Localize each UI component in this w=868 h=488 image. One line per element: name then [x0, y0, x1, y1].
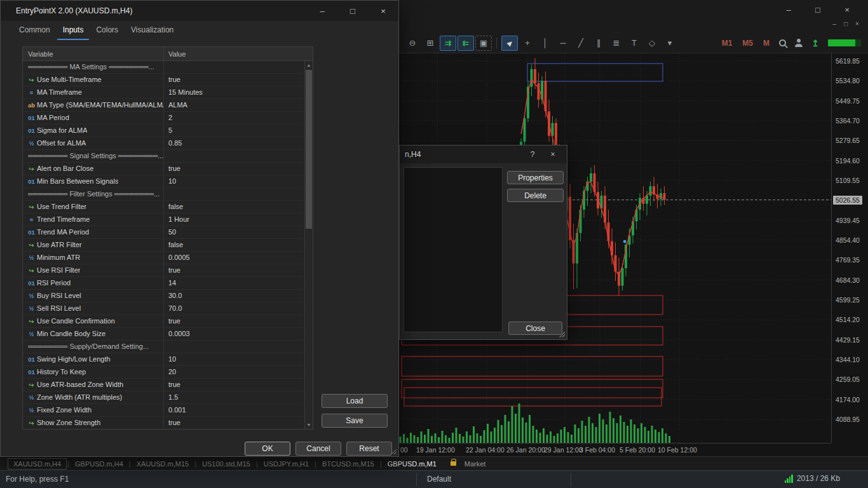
input-row[interactable]: ↪Use ATR Filterfalse	[23, 239, 304, 252]
cursor-icon[interactable]: ►	[501, 36, 518, 51]
variable-value: true	[164, 315, 304, 327]
tab-visualization[interactable]: Visualization	[125, 22, 179, 40]
chart-tab[interactable]: BTCUSD.m,M15	[317, 459, 379, 469]
chart-close-button[interactable]: ×	[851, 20, 863, 27]
profile-icon[interactable]	[790, 36, 807, 51]
variable-name: Sigma for ALMA	[37, 125, 87, 137]
shapes-dropdown-icon[interactable]: ▾	[661, 36, 678, 51]
chart-tab[interactable]: XAUUSD.m,M15	[132, 459, 194, 469]
profile-selector[interactable]: Default	[427, 475, 451, 484]
double-input-icon: ½	[26, 328, 37, 340]
objects-list[interactable]	[403, 167, 503, 332]
levels-icon[interactable]: ↥	[807, 36, 824, 51]
reset-button[interactable]: Reset	[346, 442, 392, 456]
tile-windows-icon[interactable]: ⊞	[422, 36, 438, 51]
properties-button[interactable]: Properties	[507, 171, 564, 184]
timeframe-m15-button[interactable]: M	[759, 37, 774, 49]
app-close-button[interactable]: ×	[832, 5, 862, 15]
timeframe-m5-button[interactable]: M5	[738, 37, 757, 49]
time-axis[interactable]: 0019 Jan 12:0022 Jan 04:0026 Jan 20:0029…	[399, 443, 831, 456]
bool-input-icon: ↪	[26, 417, 37, 429]
input-row[interactable]: 01Swing High/Low Length10	[23, 353, 304, 366]
input-group-row[interactable]: ════════ Filter Settings ════════...	[23, 188, 304, 201]
input-row[interactable]: ½Min Candle Body Size0.0003	[23, 328, 304, 341]
input-row[interactable]: ↪Use Candle Confirmationtrue	[23, 315, 304, 328]
inputs-table-header: Variable Value	[23, 47, 313, 61]
ea-minimize-button[interactable]: –	[307, 6, 337, 16]
vertical-line-icon[interactable]: │	[537, 36, 553, 51]
input-row[interactable]: ↪Use RSI Filtertrue	[23, 264, 304, 277]
input-row[interactable]: 01Trend MA Period50	[23, 226, 304, 239]
search-icon[interactable]	[774, 36, 790, 51]
double-input-icon: ½	[26, 391, 37, 403]
tab-market[interactable]: Market	[459, 459, 491, 469]
input-row[interactable]: ½Sell RSI Level70.0	[23, 302, 304, 315]
input-row[interactable]: ½Zone Width (ATR multiples)1.5	[23, 391, 304, 404]
app-maximize-button[interactable]: □	[803, 5, 832, 15]
chart-tab[interactable]: GBPUSD.m,M1	[383, 459, 442, 469]
save-button[interactable]: Save	[322, 414, 388, 428]
snapshot-icon[interactable]: ▣	[475, 36, 492, 51]
input-row[interactable]: ½Buy RSI Level30.0	[23, 290, 304, 302]
close-button[interactable]: Close	[508, 322, 562, 335]
input-group-row[interactable]: ════════ MA Settings ════════...	[23, 61, 304, 74]
input-row[interactable]: ↪Show Zone Strengthtrue	[23, 417, 304, 429]
trendline-icon[interactable]: ╱	[573, 36, 589, 51]
chart-tab[interactable]: US100.std,M15	[197, 459, 255, 469]
price-scale[interactable]: 5026.55 5619.855534.805449.755364.705279…	[831, 53, 868, 443]
resize-grip[interactable]	[559, 331, 565, 337]
chart-tab[interactable]: USDJPY.m,H1	[259, 459, 314, 469]
zoom-out-icon[interactable]: ⊖	[404, 36, 421, 51]
chart-minimize-button[interactable]: –	[829, 20, 840, 27]
input-row[interactable]: ↪Alert on Bar Closetrue	[23, 163, 304, 175]
tab-common[interactable]: Common	[13, 22, 56, 40]
chart-tab[interactable]: XAUUSD.m,H4	[8, 458, 67, 470]
table-scrollbar[interactable]: ▲ ▼	[304, 61, 313, 429]
input-row[interactable]: abMA Type (SMA/EMA/TEMA/HullMA/ALMA)ALMA	[23, 99, 304, 112]
ok-button[interactable]: OK	[245, 442, 290, 456]
input-row[interactable]: ½Fixed Zone Width0.001	[23, 404, 304, 417]
chart-restore-button[interactable]: □	[840, 20, 851, 27]
shapes-icon[interactable]: ◇	[644, 36, 660, 51]
input-group-row[interactable]: ════════ Signal Settings ════════...	[23, 150, 304, 163]
load-button[interactable]: Load	[322, 394, 388, 408]
input-row[interactable]: ↪Use Trend Filterfalse	[23, 201, 304, 214]
auto-scroll-icon[interactable]: ⇉	[440, 36, 456, 51]
timeframe-m1-button[interactable]: M1	[717, 37, 737, 49]
input-row[interactable]: ½Minimum ATR0.0005	[23, 252, 304, 264]
app-minimize-button[interactable]: –	[774, 5, 803, 15]
input-row[interactable]: 01Min Bars Between Signals10	[23, 175, 304, 188]
input-row[interactable]: ½Offset for ALMA0.85	[23, 137, 304, 150]
input-row[interactable]: ≡MA Timeframe15 Minutes	[23, 86, 304, 99]
channel-icon[interactable]: ∥	[590, 36, 607, 51]
scroll-down-icon[interactable]: ▼	[305, 421, 313, 429]
variable-value: 1 Hour	[164, 214, 304, 226]
input-row[interactable]: 01History To Keep20	[23, 366, 304, 379]
input-row[interactable]: 01Sigma for ALMA5	[23, 125, 304, 137]
chart-tab[interactable]: GBPUSD.m,H4	[70, 459, 128, 469]
text-tool-icon[interactable]: T	[626, 36, 642, 51]
objects-dialog-close-icon[interactable]: ×	[543, 150, 563, 159]
delete-button[interactable]: Delete	[507, 189, 564, 202]
chart-shift-icon[interactable]: ⇇	[458, 36, 474, 51]
crosshair-icon[interactable]: +	[519, 36, 536, 51]
fibonacci-icon[interactable]: ≣	[608, 36, 625, 51]
variable-name: Use Trend Filter	[37, 201, 86, 213]
input-group-row[interactable]: ════════ Supply/Demand Setting...	[23, 341, 304, 353]
ea-close-button[interactable]: ×	[368, 6, 398, 16]
ea-maximize-button[interactable]: □	[337, 6, 368, 16]
tab-colors[interactable]: Colors	[90, 22, 124, 40]
input-row[interactable]: 01MA Period2	[23, 112, 304, 125]
resize-grip[interactable]	[390, 448, 397, 454]
cancel-button[interactable]: Cancel	[295, 442, 341, 456]
double-input-icon: ½	[26, 302, 37, 315]
input-row[interactable]: ↪Use Multi-Timeframetrue	[23, 74, 304, 86]
input-row[interactable]: ≡Trend Timeframe1 Hour	[23, 214, 304, 226]
input-row[interactable]: 01RSI Period14	[23, 277, 304, 290]
input-row[interactable]: ↪Use ATR-based Zone Widthtrue	[23, 379, 304, 391]
horizontal-line-icon[interactable]: ─	[555, 36, 571, 51]
scrollbar-thumb[interactable]	[306, 70, 312, 229]
help-icon[interactable]: ?	[522, 150, 543, 159]
tab-inputs[interactable]: Inputs	[57, 22, 90, 40]
scroll-up-icon[interactable]: ▲	[305, 61, 313, 69]
